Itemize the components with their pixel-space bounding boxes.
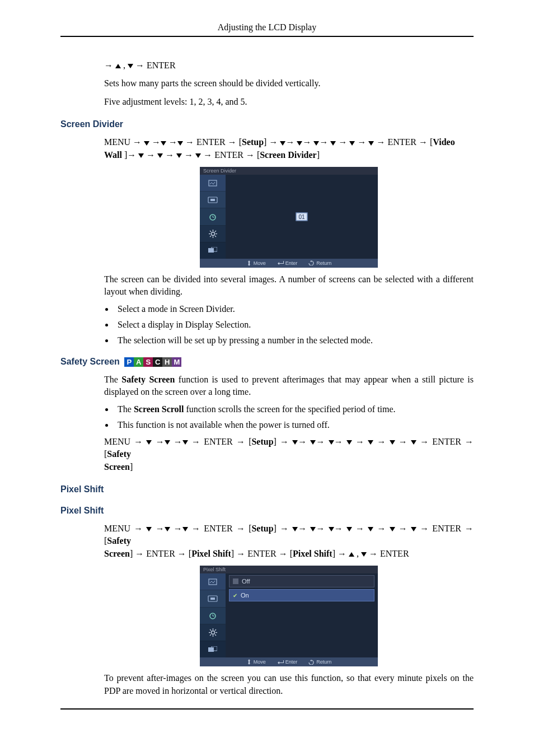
- svg-rect-28: [208, 647, 214, 652]
- osd-sidebar-item[interactable]: [200, 175, 226, 192]
- timer-icon: [209, 213, 217, 221]
- nav-tail: → , → ENTER: [104, 59, 474, 72]
- down-arrow-icon: [310, 527, 316, 531]
- multi-icon: [208, 646, 217, 653]
- pixel-shift-block: MENU → → → → ENTER → [Setup] → → → → → →…: [104, 522, 474, 697]
- down-arrow-icon: [146, 440, 152, 445]
- list-item: The Screen Scroll function scrolls the s…: [114, 404, 474, 414]
- screen-divider-block: MENU → → → → ENTER → [Setup] → → → → → →…: [104, 136, 474, 346]
- header-rule: [60, 36, 474, 37]
- footer-rule: [60, 708, 474, 710]
- pixel-shift-heading-2: Pixel Shift: [60, 506, 474, 516]
- svg-line-12: [215, 231, 216, 232]
- down-arrow-icon: [165, 527, 170, 531]
- osd-sidebar: [200, 573, 226, 657]
- intro-levels: Five adjustment levels: 1, 2, 3, 4, and …: [104, 96, 474, 108]
- osd-sidebar-item[interactable]: [200, 192, 226, 208]
- svg-line-9: [210, 231, 211, 232]
- osd-footer-move: Move: [246, 659, 266, 665]
- svg-point-19: [211, 631, 214, 634]
- down-arrow-icon: [146, 527, 152, 531]
- page-header: Adjusting the LCD Display: [60, 22, 474, 32]
- down-arrow-icon: [161, 141, 166, 146]
- down-arrow-icon: [361, 552, 367, 557]
- down-arrow-icon: [280, 141, 285, 146]
- down-arrow-icon: [297, 141, 302, 146]
- osd-pixel-shift: Pixel Shift Off ✔On Move Enter Return: [200, 566, 378, 666]
- mode-badges: P A S C H M: [124, 357, 181, 367]
- down-arrow-icon: [368, 141, 374, 146]
- osd-sidebar-item[interactable]: [200, 608, 226, 624]
- document-page: Adjusting the LCD Display → , → ENTER Se…: [0, 0, 534, 732]
- option-on[interactable]: ✔On: [229, 589, 374, 601]
- multi-icon: [208, 247, 217, 254]
- badge-h: H: [162, 357, 172, 367]
- intro-desc: Sets how many parts the screen should be…: [104, 77, 474, 90]
- down-arrow-icon: [313, 141, 319, 146]
- screen-divider-nav: MENU → → → → ENTER → [Setup] → → → → → →…: [104, 136, 474, 161]
- down-arrow-icon: [330, 141, 336, 146]
- osd-sidebar: [200, 175, 226, 259]
- svg-line-10: [215, 236, 216, 237]
- option-off[interactable]: Off: [229, 575, 374, 587]
- down-arrow-icon: [368, 440, 373, 445]
- down-arrow-icon: [346, 527, 352, 531]
- down-arrow-icon: [292, 527, 298, 531]
- osd-footer-move: Move: [246, 260, 266, 266]
- gear-icon: [209, 230, 217, 238]
- osd-sidebar-item[interactable]: [200, 208, 226, 225]
- pixel-shift-nav: MENU → → → → ENTER → [Setup] → → → → → →…: [104, 522, 474, 560]
- svg-rect-17: [210, 598, 215, 600]
- osd-sidebar-item[interactable]: [200, 226, 226, 242]
- down-arrow-icon: [177, 141, 183, 146]
- list-item: The selection will be set up by pressing…: [114, 335, 474, 346]
- osd-footer-return: Return: [308, 659, 331, 665]
- checkbox-icon: [233, 578, 238, 584]
- osd-value[interactable]: 01: [296, 212, 307, 221]
- down-arrow-icon: [157, 153, 163, 158]
- osd-sidebar-item[interactable]: [200, 573, 226, 590]
- svg-line-11: [210, 236, 211, 237]
- svg-rect-2: [210, 199, 215, 201]
- osd-sidebar-item[interactable]: [200, 590, 226, 607]
- osd-body: Off ✔On: [200, 573, 378, 657]
- pixel-shift-heading-1: Pixel Shift: [60, 484, 474, 494]
- osd-footer: Move Enter Return: [200, 259, 378, 268]
- svg-rect-0: [209, 180, 217, 186]
- down-arrow-icon: [138, 153, 144, 158]
- badge-p: P: [124, 357, 134, 367]
- osd-body: 01: [200, 175, 378, 259]
- picture-icon: [208, 179, 217, 187]
- osd-title: Pixel Shift: [200, 566, 378, 573]
- input-icon: [208, 595, 218, 602]
- osd-footer-enter: Enter: [277, 659, 298, 665]
- osd-main: Off ✔On: [226, 573, 378, 657]
- down-arrow-icon: [195, 153, 201, 158]
- osd-sidebar-item[interactable]: [200, 624, 226, 641]
- svg-point-4: [211, 232, 214, 235]
- down-arrow-icon: [292, 440, 298, 445]
- osd-main: 01: [226, 175, 378, 259]
- return-icon: [308, 260, 315, 265]
- return-icon: [308, 660, 315, 665]
- badge-c: C: [153, 357, 162, 367]
- down-arrow-icon: [411, 440, 416, 445]
- enter-icon: [277, 660, 284, 665]
- svg-line-25: [215, 634, 216, 636]
- move-icon: [246, 260, 252, 266]
- safety-screen-nav: MENU → → → → ENTER → [Setup] → → → → → →…: [104, 436, 474, 473]
- down-arrow-icon: [128, 64, 133, 68]
- down-arrow-icon: [329, 440, 334, 445]
- screen-divider-para: The screen can be divided into several i…: [104, 273, 474, 298]
- check-icon: ✔: [233, 592, 237, 599]
- down-arrow-icon: [346, 440, 352, 445]
- osd-sidebar-item[interactable]: [200, 641, 226, 657]
- svg-line-27: [215, 629, 216, 631]
- timer-icon: [209, 612, 217, 619]
- svg-rect-13: [208, 248, 214, 253]
- list-item: This function is not available when the …: [114, 420, 474, 430]
- osd-sidebar-item[interactable]: [200, 242, 226, 259]
- down-arrow-icon: [165, 440, 170, 445]
- screen-divider-heading: Screen Divider: [60, 119, 474, 129]
- list-item: Select a display in Display Selection.: [114, 320, 474, 330]
